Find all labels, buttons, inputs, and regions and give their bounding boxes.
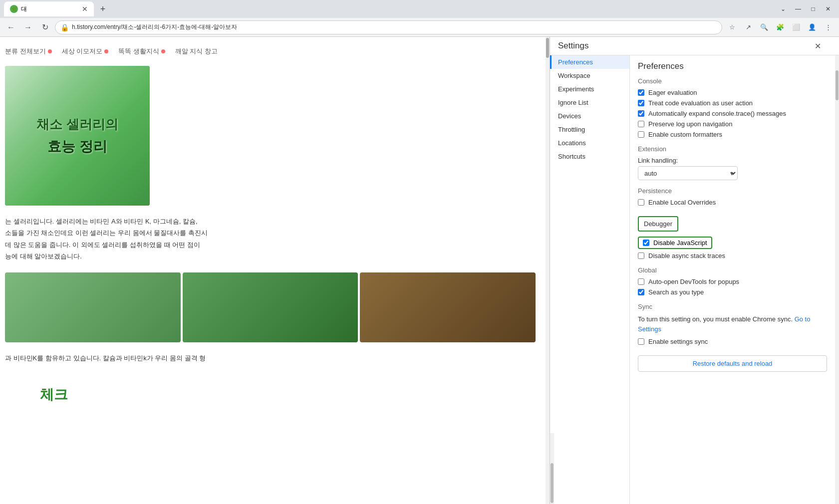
blog-images-row <box>5 272 536 342</box>
nav-icon-group: ☆ ↗ 🔍 🧩 ⬜ 👤 ⋮ <box>725 20 835 34</box>
debugger-section-box: Debugger <box>638 216 678 232</box>
blog-image-celery1 <box>5 272 181 342</box>
disable-javascript-checkbox[interactable] <box>643 240 649 246</box>
extension-section-title: Extension <box>638 145 827 153</box>
sync-text: To turn this setting on, you must enable… <box>638 314 827 334</box>
auto-open-devtools-checkbox[interactable] <box>638 278 644 285</box>
blog-para-1: 는 셀러리입니다. 셀러리에는 비타민 A와 비타민 K, 마그네슘, 칼슘, <box>5 216 536 227</box>
treat-code-checkbox[interactable] <box>638 100 644 106</box>
sidebar-scroll-thumb[interactable] <box>551 463 554 503</box>
lock-icon: 🔒 <box>60 23 69 31</box>
blog-nav: 분류 전체보기 세상 이모저모 똑똑 생활지식 깨알 지식 창고 <box>5 47 536 56</box>
sidebar-item-shortcuts[interactable]: Shortcuts <box>550 150 629 163</box>
sidebar-item-experiments[interactable]: Experiments <box>550 82 629 96</box>
address-bar[interactable]: 🔒 h.tistory.com/entry/채소-셀러리의-6가지-효능에-대해… <box>55 20 722 34</box>
blog-hero-image: 채소 셀러리의 효능 정리 <box>5 66 150 206</box>
sidebar-item-preferences[interactable]: Preferences <box>550 55 629 69</box>
blog-para-4: 능에 대해 알아보겠습니다. <box>5 251 536 262</box>
share-icon[interactable]: ↗ <box>741 20 755 34</box>
preserve-log-row: Preserve log upon navigation <box>638 120 827 128</box>
sync-section-title: Sync <box>638 303 827 310</box>
devtools-close-button[interactable]: ✕ <box>815 41 821 51</box>
settings-header-title: Settings <box>558 41 588 51</box>
disable-async-label: Disable async stack traces <box>648 252 725 259</box>
forward-button[interactable]: → <box>21 20 35 34</box>
extensions-icon[interactable]: 🧩 <box>773 20 787 34</box>
restore-defaults-button[interactable]: Restore defaults and reload <box>638 355 827 372</box>
debugger-box-wrapper: Debugger <box>638 212 827 234</box>
restore-defaults-container: Restore defaults and reload <box>638 355 827 380</box>
blog-image-line2: 효능 정리 <box>36 137 118 156</box>
blog-para-3: 데 많은 도움을 줍니다. 이 외에도 셀러리를 섭취하였을 때 어떤 점이 <box>5 239 536 251</box>
browser-content: 분류 전체보기 세상 이모저모 똑똑 생활지식 깨알 지식 창고 <box>0 37 839 504</box>
auto-expand-label: Automatically expand console.trace() mes… <box>648 110 786 117</box>
enable-settings-sync-checkbox[interactable] <box>638 338 644 345</box>
blog-nav-all[interactable]: 분류 전체보기 <box>5 47 52 56</box>
sidebar-item-locations[interactable]: Locations <box>550 136 629 150</box>
tab-close-button[interactable]: ✕ <box>82 5 88 13</box>
disable-async-checkbox[interactable] <box>638 252 644 259</box>
tab-favicon: 🌿 <box>10 5 18 13</box>
devtools-panel: Settings ✕ Preferences Workspace <box>550 37 839 504</box>
sidebar-item-throttling[interactable]: Throttling <box>550 123 629 136</box>
devtools-body: Preferences Workspace Experiments Ignore… <box>550 55 839 504</box>
blog-para-2: 소들을 가진 채소인데요 이런 셀러리는 우리 몸에서 물질대사를 촉진시 <box>5 227 536 239</box>
global-section-title: Global <box>638 266 827 274</box>
title-bar: 🌿 대 ✕ + ⌄ — □ ✕ <box>0 0 839 18</box>
menu-icon[interactable]: ⋮ <box>821 20 835 34</box>
back-button[interactable]: ← <box>4 20 18 34</box>
treat-code-row: Treat code evaluation as user action <box>638 99 827 107</box>
search-as-you-type-checkbox[interactable] <box>638 289 644 295</box>
url-text: h.tistory.com/entry/채소-셀러리의-6가지-효능에-대해-알… <box>72 23 717 31</box>
profile-icon[interactable]: 👤 <box>805 20 819 34</box>
eager-evaluation-checkbox[interactable] <box>638 89 644 96</box>
eager-evaluation-row: Eager evaluation <box>638 89 827 96</box>
window-minimize[interactable]: — <box>791 2 805 16</box>
sync-description: To turn this setting on, you must enable… <box>638 315 793 323</box>
sidebar-item-devices[interactable]: Devices <box>550 109 629 123</box>
auto-open-devtools-label: Auto-open DevTools for popups <box>648 278 739 285</box>
blog-nav-all-dot <box>48 49 52 53</box>
disable-js-highlight-box: Disable JavaScript <box>638 237 712 249</box>
navigation-bar: ← → ↻ 🔒 h.tistory.com/entry/채소-셀러리의-6가지-… <box>0 18 839 37</box>
sidebar-item-workspace[interactable]: Workspace <box>550 69 629 82</box>
window-chevron-down[interactable]: ⌄ <box>776 2 790 16</box>
tab-title: 대 <box>21 5 27 13</box>
window-maximize[interactable]: □ <box>806 2 820 16</box>
auto-expand-row: Automatically expand console.trace() mes… <box>638 110 827 117</box>
search-icon[interactable]: 🔍 <box>757 20 771 34</box>
browser-frame: 🌿 대 ✕ + ⌄ — □ ✕ ← → ↻ 🔒 h.tistory.com/en… <box>0 0 839 504</box>
preserve-log-checkbox[interactable] <box>638 121 644 127</box>
refresh-button[interactable]: ↻ <box>38 20 52 34</box>
browser-tab[interactable]: 🌿 대 ✕ <box>4 1 94 16</box>
treat-code-label: Treat code evaluation as user action <box>648 99 753 107</box>
window-close[interactable]: ✕ <box>821 2 835 16</box>
disable-javascript-label: Disable JavaScript <box>653 239 707 247</box>
blog-nav-smart-label: 똑똑 생활지식 <box>118 47 159 56</box>
enable-custom-checkbox[interactable] <box>638 131 644 138</box>
enable-local-overrides-row: Enable Local Overrides <box>638 199 827 206</box>
blog-nav-world-dot <box>104 49 108 53</box>
disable-js-row-wrapper: Disable JavaScript <box>638 237 827 249</box>
link-handling-select[interactable]: auto always never <box>638 166 738 180</box>
korean-annotation: 체크 <box>40 385 68 404</box>
bookmark-star-icon[interactable]: ☆ <box>725 20 739 34</box>
sidebar-item-ignore-list[interactable]: Ignore List <box>550 96 629 109</box>
blog-nav-smart-dot <box>161 49 165 53</box>
new-tab-button[interactable]: + <box>96 2 110 16</box>
disable-async-row: Disable async stack traces <box>638 252 827 259</box>
devtools-scrollbar[interactable] <box>835 55 839 504</box>
blog-nav-world[interactable]: 세상 이모저모 <box>62 47 109 56</box>
webpage-scrollbar[interactable] <box>546 37 550 504</box>
auto-expand-checkbox[interactable] <box>638 110 644 117</box>
split-view-icon[interactable]: ⬜ <box>789 20 803 34</box>
blog-para-5: 과 비타민K를 함유하고 있습니다. 칼슘과 비타민k가 우리 몸의 골격 형 <box>5 352 536 364</box>
enable-local-overrides-checkbox[interactable] <box>638 199 644 206</box>
blog-nav-smart[interactable]: 똑똑 생활지식 <box>118 47 165 56</box>
sidebar-scrollbar[interactable] <box>550 433 554 504</box>
devtools-scroll-thumb[interactable] <box>836 70 839 100</box>
blog-image-line1: 채소 셀러리의 <box>36 116 118 133</box>
webpage-scroll-thumb[interactable] <box>546 38 549 58</box>
blog-image-celery3 <box>360 272 536 342</box>
blog-nav-tips[interactable]: 깨알 지식 창고 <box>175 47 218 56</box>
